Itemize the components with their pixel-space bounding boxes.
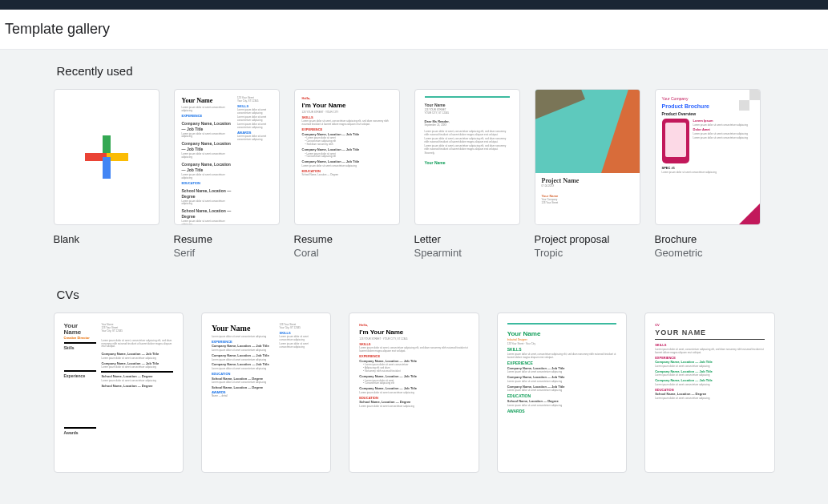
template-subtitle: Geometric bbox=[655, 247, 761, 259]
template-thumb: Your Name Industrial Designer 123 Your S… bbox=[497, 312, 627, 473]
template-subtitle: Serif bbox=[174, 247, 280, 259]
template-title: Resume bbox=[174, 233, 280, 245]
template-title: Blank bbox=[54, 233, 160, 245]
plus-icon bbox=[85, 135, 128, 179]
template-title: Project proposal bbox=[535, 233, 640, 245]
template-thumb: Hello, I'm Your Name 123 YOUR STREET · Y… bbox=[349, 312, 479, 473]
template-card-letter-spearmint[interactable]: Your Name 123 YOUR STREETYOUR CITY, ST 1… bbox=[414, 89, 520, 259]
template-thumb: Your Name Lorem ipsum dolor sit amet con… bbox=[174, 89, 280, 225]
template-subtitle: Coral bbox=[294, 247, 400, 259]
template-title: Letter bbox=[414, 233, 520, 245]
template-title: Resume bbox=[294, 233, 400, 245]
section-title-cvs: CVs bbox=[57, 288, 775, 301]
recent-templates-row: Blank Your Name Lorem ipsum dolor sit am… bbox=[54, 89, 775, 259]
template-thumb: Your Name Lorem ipsum dolor sit amet con… bbox=[201, 312, 331, 473]
template-card-resume-coral[interactable]: Hello, I'm Your Name 123 YOUR STREET · Y… bbox=[294, 89, 400, 259]
template-thumb: Hello, I'm Your Name 123 YOUR STREET · Y… bbox=[294, 89, 400, 225]
page-header: Template gallery bbox=[0, 10, 828, 50]
cv-templates-row: YourName Creative Director Skills Experi… bbox=[54, 312, 775, 473]
template-card-cv-modern[interactable]: CV YOUR NAME SKILLS Lorem ipsum dolor si… bbox=[644, 312, 774, 473]
template-card-cv-swiss[interactable]: YourName Creative Director Skills Experi… bbox=[54, 312, 184, 473]
template-card-blank[interactable]: Blank bbox=[54, 89, 160, 259]
app-top-bar bbox=[0, 0, 828, 10]
template-subtitle: Tropic bbox=[535, 247, 640, 259]
section-recently-used: Recently used Blank bbox=[54, 64, 775, 473]
template-thumb: YourName Creative Director Skills Experi… bbox=[54, 312, 184, 473]
template-title: Brochure bbox=[655, 233, 761, 245]
template-card-brochure[interactable]: Your Company Product Brochure Product Ov… bbox=[655, 89, 761, 259]
template-thumb-blank bbox=[54, 89, 160, 225]
template-card-cv-coral[interactable]: Hello, I'm Your Name 123 YOUR STREET · Y… bbox=[349, 312, 479, 473]
template-thumb: CV YOUR NAME SKILLS Lorem ipsum dolor si… bbox=[644, 312, 774, 473]
template-subtitle: Spearmint bbox=[414, 247, 520, 259]
template-thumb: Your Company Product Brochure Product Ov… bbox=[655, 89, 761, 225]
template-card-cv-spearmint[interactable]: Your Name Industrial Designer 123 Your S… bbox=[497, 312, 627, 473]
template-card-project-proposal[interactable]: Project Name 07.04.20XX Your Name Your C… bbox=[535, 89, 640, 259]
template-thumb: Your Name 123 YOUR STREETYOUR CITY, ST 1… bbox=[414, 89, 520, 225]
section-title-recent: Recently used bbox=[57, 64, 775, 78]
main-content: Recently used Blank bbox=[0, 50, 828, 504]
template-card-resume-serif[interactable]: Your Name Lorem ipsum dolor sit amet con… bbox=[174, 89, 280, 259]
template-card-cv-serif[interactable]: Your Name Lorem ipsum dolor sit amet con… bbox=[201, 312, 331, 473]
template-thumb: Project Name 07.04.20XX Your Name Your C… bbox=[535, 89, 640, 225]
page-title: Template gallery bbox=[5, 21, 823, 38]
